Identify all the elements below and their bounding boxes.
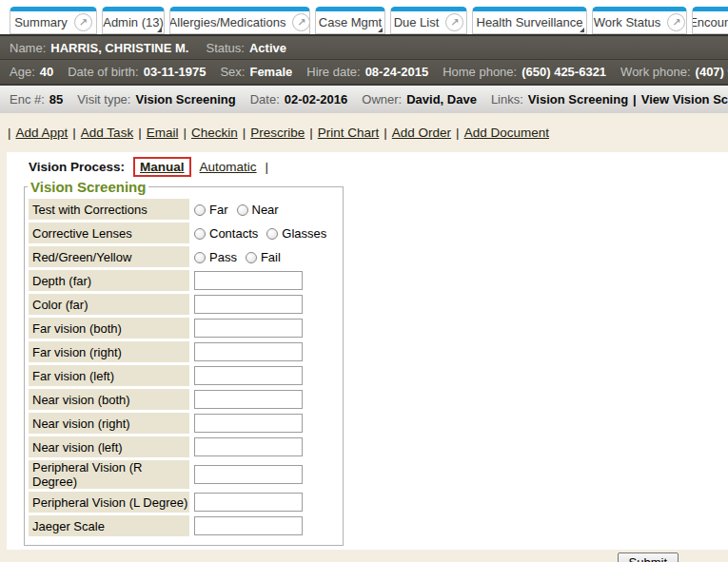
field-value	[191, 413, 335, 434]
vision-process-row: Vision Process: Manual Automatic |	[29, 157, 728, 177]
input-jaeger-scale[interactable]	[194, 516, 303, 535]
link-vision-screening[interactable]: Vision Screening	[528, 92, 628, 107]
field-label: Near vision (both)	[29, 389, 189, 410]
links-label: Links:	[491, 92, 523, 107]
automatic-link[interactable]: Automatic	[200, 160, 257, 174]
input-peripheral-vision-r-degree[interactable]	[194, 465, 303, 484]
action-link-add-document[interactable]: Add Document	[464, 126, 549, 140]
radio-label-glasses: Glasses	[282, 226, 326, 241]
input-far-vision-right[interactable]	[194, 342, 303, 361]
tab-due-list[interactable]: Due List↗	[390, 7, 467, 34]
action-link-print-chart[interactable]: Print Chart	[318, 126, 380, 140]
demographic-label: Sex:	[220, 65, 245, 79]
field-label: Near vision (left)	[29, 436, 189, 457]
table-row: Far vision (left)	[29, 365, 335, 386]
encounter-pair: Date:02-02-2016	[250, 92, 348, 107]
demographic-value: 40	[40, 65, 53, 79]
link-view-vision-screening[interactable]: View Vision Screening	[641, 92, 728, 107]
popout-icon[interactable]: ↗	[74, 13, 92, 31]
popout-icon[interactable]: ↗	[445, 13, 463, 31]
action-link-add-task[interactable]: Add Task	[81, 126, 133, 140]
encounter-pair: Visit type:Vision Screening	[77, 92, 235, 107]
table-row: Depth (far)	[29, 270, 335, 291]
popout-icon[interactable]: ↗	[292, 13, 310, 31]
tab-encounters[interactable]: Encounters	[692, 7, 728, 34]
tab-allergies-medications[interactable]: Allergies/Medications↗	[169, 7, 310, 34]
encounter-pair: Enc #:85	[10, 92, 63, 107]
input-depth-far[interactable]	[194, 271, 303, 290]
encounter-label: Date:	[250, 92, 280, 107]
patient-name: HARRIS, CHRISTINE M.	[50, 41, 188, 55]
links-separator: |	[633, 92, 637, 107]
field-value	[191, 436, 335, 457]
patient-bar: Name: HARRIS, CHRISTINE M. Status: Activ…	[0, 34, 728, 59]
field-value	[191, 389, 335, 410]
field-value	[191, 294, 335, 315]
tab-case-mgmt[interactable]: Case Mgmt	[315, 7, 385, 34]
demographic-pair: Home phone:(650) 425-6321	[443, 65, 606, 79]
radio-label-far: Far	[209, 203, 228, 217]
input-peripheral-vision-l-degree[interactable]	[194, 493, 303, 512]
links-separator: |	[243, 126, 246, 140]
field-label: Color (far)	[29, 294, 189, 315]
tab-label: Work Status	[594, 15, 661, 29]
popout-icon[interactable]: ↗	[667, 13, 685, 31]
input-far-vision-both[interactable]	[194, 319, 303, 338]
links-separator: |	[183, 126, 187, 140]
field-value	[191, 365, 335, 386]
table-row: Near vision (left)	[29, 436, 335, 457]
table-row: Red/Green/YellowPassFail	[29, 246, 335, 267]
field-label: Jaeger Scale	[29, 515, 189, 536]
action-link-add-appt[interactable]: Add Appt	[16, 126, 69, 140]
tab-bar: Summary↗Admin (13)Allergies/Medications↗…	[0, 0, 728, 34]
action-link-prescribe[interactable]: Prescribe	[250, 126, 305, 140]
radio-contacts[interactable]	[194, 228, 206, 240]
radio-glasses[interactable]	[266, 228, 278, 240]
input-far-vision-left[interactable]	[194, 366, 303, 385]
field-value: PassFail	[191, 246, 335, 267]
field-value: FarNear	[191, 199, 335, 220]
encounter-value: David, Dave	[406, 92, 477, 107]
table-row: Peripheral Vision (L Degree)	[29, 492, 335, 513]
tab-work-status[interactable]: Work Status↗	[592, 7, 687, 34]
dropdown-corner-icon	[378, 28, 383, 32]
table-row: Near vision (both)	[29, 389, 335, 410]
radio-label-contacts: Contacts	[209, 226, 258, 241]
field-value	[191, 460, 335, 489]
demographic-value: (407) 939	[696, 65, 728, 79]
demographic-pair: Work phone:(407) 939	[620, 65, 728, 79]
tab-admin-13[interactable]: Admin (13)	[102, 7, 165, 34]
radio-label-pass: Pass	[209, 250, 237, 264]
submit-button[interactable]: Submit	[618, 552, 679, 562]
manual-link[interactable]: Manual	[140, 160, 185, 174]
dropdown-corner-icon	[157, 28, 162, 32]
tab-label: Due List	[394, 15, 440, 29]
submit-row: Submit	[7, 552, 728, 562]
radio-near[interactable]	[237, 204, 248, 216]
demographic-value: 08-24-2015	[365, 65, 429, 79]
input-near-vision-left[interactable]	[194, 437, 303, 456]
annotation-box: Manual	[133, 157, 191, 177]
field-label: Far vision (both)	[29, 318, 189, 339]
input-color-far[interactable]	[194, 295, 303, 314]
input-near-vision-right[interactable]	[194, 414, 303, 433]
tab-summary[interactable]: Summary↗	[10, 7, 97, 34]
links-separator: |	[384, 126, 387, 140]
action-link-email[interactable]: Email	[147, 126, 179, 140]
input-near-vision-both[interactable]	[194, 390, 303, 409]
demographic-value: (650) 425-6321	[521, 65, 606, 79]
action-link-checkin[interactable]: Checkin	[191, 126, 238, 140]
tab-health-surveillance[interactable]: Health Surveillance	[472, 7, 587, 34]
action-link-add-order[interactable]: Add Order	[392, 126, 451, 140]
tab-label: Health Surveillance	[477, 15, 583, 29]
radio-far[interactable]	[194, 204, 206, 216]
demographic-label: Home phone:	[443, 65, 517, 79]
radio-label-near: Near	[252, 203, 279, 217]
table-row: Peripheral Vision (R Degree)	[29, 460, 335, 489]
radio-pass[interactable]	[194, 252, 206, 263]
table-row: Corrective LensesContactsGlasses	[29, 223, 335, 243]
demographic-pair: Hire date:08-24-2015	[306, 65, 428, 79]
radio-fail[interactable]	[246, 252, 257, 263]
tab-label: Allergies/Medications	[169, 15, 285, 29]
encounter-label: Enc #:	[10, 92, 45, 107]
